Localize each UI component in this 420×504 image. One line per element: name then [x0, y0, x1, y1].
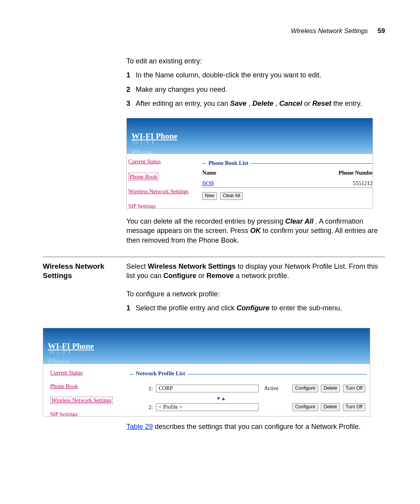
entry-name[interactable]: BOB [202, 180, 214, 187]
step-1: 1 In the Name column, double-click the e… [126, 70, 385, 80]
intro-text: To edit an existing entry: [126, 56, 385, 66]
ui2-banner: WI-FI Phone WI-FI Phone [43, 328, 370, 364]
page: Wireless Network Settings 59 To edit an … [0, 0, 420, 504]
row-index: 1: [145, 385, 153, 392]
row-index: 2: [145, 404, 153, 411]
turn-off-button[interactable]: Turn Off [343, 385, 365, 392]
turn-off-button[interactable]: Turn Off [343, 403, 365, 411]
step-2: 2 Make any changes you need. [126, 85, 385, 94]
nav-sip-settings[interactable]: SIP Settings [128, 203, 156, 209]
profile-ui: WI-FI Phone WI-FI Phone Current Status P… [43, 328, 370, 416]
logo-shadow: WI-FI Phone [131, 136, 177, 158]
delete-button[interactable]: Delete [321, 385, 340, 392]
tail-text: describes the settings that you can conf… [155, 423, 360, 430]
running-header: Wireless Network Settings 59 [43, 27, 385, 35]
section-heading: Wireless Network Settings [43, 262, 126, 280]
profile-row-1: 1: CORP Active Configure Delete Turn Off [145, 385, 367, 392]
clear-all-paragraph: You can delete all the recorded entries … [126, 217, 385, 245]
phonebook-row: BOB 5551212 [202, 179, 373, 188]
configure-intro: To configure a network profile: [126, 289, 385, 299]
nav-wireless-settings[interactable]: Wireless Network Settings [50, 397, 113, 404]
step-1-text: In the Name column, double-click the ent… [136, 71, 321, 79]
profile-name-input[interactable]: < Profile > [156, 403, 259, 411]
clear-all-button[interactable]: Clear All [220, 192, 243, 200]
nav-current-status[interactable]: Current Status [128, 158, 161, 166]
configure-button[interactable]: Configure [292, 385, 318, 392]
phonebook-legend: Phone Book List [206, 159, 250, 167]
nav-phone-book[interactable]: Phone Book [128, 173, 158, 181]
profile-status: Active [264, 385, 278, 392]
nav-sip-settings[interactable]: SIP Settings [50, 411, 78, 416]
triangle-down-icon[interactable]: ▼ [216, 396, 221, 401]
page-number: 59 [378, 27, 385, 35]
profile-legend: Network Profile List [133, 370, 187, 377]
col-number: Phone Numbe [339, 169, 373, 177]
top-block: To edit an existing entry: 1 In the Name… [126, 56, 385, 245]
profile-group: Network Profile List 1: CORP Active Conf… [130, 374, 367, 411]
step-3: 3 After editing an entry, you can Save ,… [126, 99, 385, 108]
nav-phone-book[interactable]: Phone Book [50, 383, 78, 390]
edit-steps: 1 In the Name column, double-click the e… [126, 70, 385, 108]
configure-button[interactable]: Configure [292, 403, 318, 411]
step-2-text: Make any changes you need. [136, 86, 227, 93]
triangle-up-icon[interactable]: ▲ [221, 396, 226, 401]
delete-button[interactable]: Delete [321, 403, 340, 411]
logo-shadow: WI-FI Phone [48, 347, 94, 366]
table-29-link[interactable]: Table 29 [126, 423, 153, 430]
phonebook-ui: WI-FI Phone WI-FI Phone Current Status P… [126, 118, 373, 209]
section-wireless: Wireless Network Settings Select Wireles… [43, 257, 385, 431]
sort-arrows[interactable]: ▼▲ [172, 396, 270, 402]
profile-name-input[interactable]: CORP [156, 385, 259, 392]
profile-row-2: 2: < Profile > Configure Delete Turn Off [145, 403, 367, 411]
cfg-step-1: 1 Select the profile entry and click Con… [126, 303, 385, 313]
phonebook-group: Phone Book List Name Phone Numbe BOB 555… [202, 163, 373, 200]
ui1-nav: Current Status Phone Book Wireless Netwo… [127, 154, 198, 208]
new-button[interactable]: New [202, 192, 217, 200]
nav-wireless-settings[interactable]: Wireless Network Settings [128, 188, 189, 196]
header-title: Wireless Network Settings [291, 27, 368, 35]
ui2-nav: Current Status Phone Book Wireless Netwo… [43, 364, 125, 416]
nav-current-status[interactable]: Current Status [50, 369, 82, 376]
entry-number: 5551212 [353, 180, 373, 187]
col-name: Name [202, 169, 216, 177]
ui-banner: WI-FI Phone WI-FI Phone [127, 118, 373, 154]
